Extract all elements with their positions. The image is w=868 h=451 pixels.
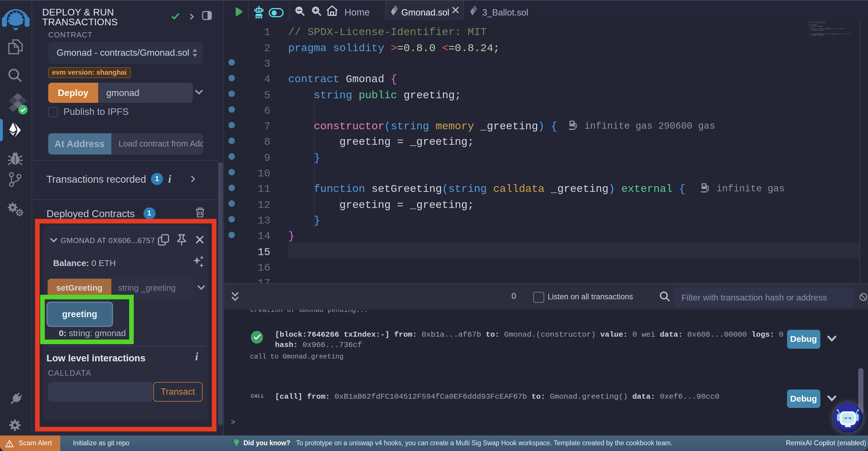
svg-text:contract Gmonad {: contract Gmonad { bbox=[807, 24, 817, 26]
svg-text:greeting = _greeting;: greeting = _greeting; bbox=[807, 34, 824, 36]
svg-text:constructor(string memory _gre: constructor(string memory _greeting) { i… bbox=[807, 28, 846, 29]
svg-text:function setGreeting(string ca: function setGreeting(string calldata _gr… bbox=[807, 33, 851, 34]
svg-text:string public greeting;: string public greeting; bbox=[807, 26, 823, 27]
svg-text:}: } bbox=[807, 31, 810, 32]
svg-text:}: } bbox=[807, 37, 808, 38]
svg-text:greeting = _greeting;: greeting = _greeting; bbox=[807, 30, 824, 31]
svg-text:}: } bbox=[807, 36, 810, 37]
svg-text:pragma solidity >=0.8.0 <=0.8.: pragma solidity >=0.8.0 <=0.8.24; bbox=[807, 22, 826, 23]
svg-text:// SPDX-License-Identifier: MI: // SPDX-License-Identifier: MIT bbox=[807, 21, 826, 22]
